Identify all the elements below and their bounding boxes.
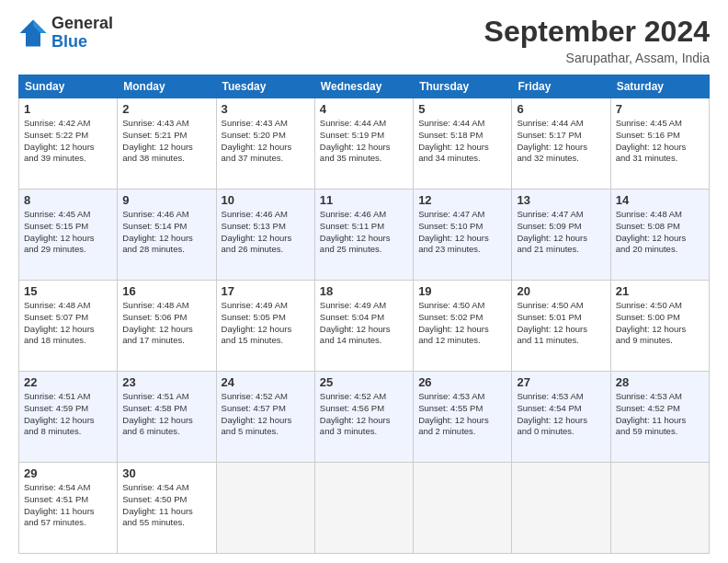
calendar-day: 15Sunrise: 4:48 AMSunset: 5:07 PMDayligh… [19, 281, 118, 372]
calendar-week-2: 8Sunrise: 4:45 AMSunset: 5:15 PMDaylight… [19, 190, 710, 281]
header-saturday: Saturday [610, 75, 709, 98]
header-row: Sunday Monday Tuesday Wednesday Thursday… [19, 75, 710, 98]
day-info: Sunrise: 4:54 AMSunset: 4:51 PMDaylight:… [24, 482, 112, 529]
calendar-day [414, 463, 512, 554]
day-info: Sunrise: 4:42 AMSunset: 5:22 PMDaylight:… [24, 118, 112, 165]
calendar-day: 16Sunrise: 4:48 AMSunset: 5:06 PMDayligh… [118, 281, 216, 372]
day-number: 19 [418, 284, 506, 298]
day-number: 21 [616, 284, 704, 298]
logo-general: General [51, 15, 113, 33]
day-info: Sunrise: 4:46 AMSunset: 5:14 PMDaylight:… [122, 209, 210, 256]
day-info: Sunrise: 4:44 AMSunset: 5:18 PMDaylight:… [418, 118, 506, 165]
calendar-day: 14Sunrise: 4:48 AMSunset: 5:08 PMDayligh… [610, 190, 709, 281]
day-info: Sunrise: 4:51 AMSunset: 4:59 PMDaylight:… [24, 391, 112, 438]
day-number: 24 [222, 375, 310, 389]
location: Sarupathar, Assam, India [484, 51, 710, 65]
calendar-day: 1Sunrise: 4:42 AMSunset: 5:22 PMDaylight… [19, 98, 118, 190]
header-wednesday: Wednesday [314, 75, 413, 98]
day-info: Sunrise: 4:50 AMSunset: 5:01 PMDaylight:… [517, 300, 605, 347]
day-info: Sunrise: 4:51 AMSunset: 4:58 PMDaylight:… [122, 391, 210, 438]
day-info: Sunrise: 4:49 AMSunset: 5:04 PMDaylight:… [320, 300, 408, 347]
calendar-day [314, 463, 413, 554]
day-info: Sunrise: 4:48 AMSunset: 5:07 PMDaylight:… [24, 300, 112, 347]
day-number: 26 [418, 375, 506, 389]
calendar-day: 26Sunrise: 4:53 AMSunset: 4:55 PMDayligh… [414, 372, 512, 463]
day-number: 25 [320, 375, 408, 389]
day-info: Sunrise: 4:45 AMSunset: 5:15 PMDaylight:… [24, 209, 112, 256]
day-number: 27 [517, 375, 605, 389]
day-info: Sunrise: 4:46 AMSunset: 5:13 PMDaylight:… [222, 209, 310, 256]
day-info: Sunrise: 4:54 AMSunset: 4:50 PMDaylight:… [122, 482, 210, 529]
calendar-day: 5Sunrise: 4:44 AMSunset: 5:18 PMDaylight… [414, 98, 512, 190]
day-info: Sunrise: 4:47 AMSunset: 5:10 PMDaylight:… [418, 209, 506, 256]
day-info: Sunrise: 4:53 AMSunset: 4:55 PMDaylight:… [418, 391, 506, 438]
day-number: 10 [222, 193, 310, 207]
day-info: Sunrise: 4:44 AMSunset: 5:17 PMDaylight:… [517, 118, 605, 165]
calendar-day: 9Sunrise: 4:46 AMSunset: 5:14 PMDaylight… [118, 190, 216, 281]
calendar-day: 12Sunrise: 4:47 AMSunset: 5:10 PMDayligh… [414, 190, 512, 281]
calendar-day [610, 463, 709, 554]
calendar-day: 27Sunrise: 4:53 AMSunset: 4:54 PMDayligh… [512, 372, 610, 463]
logo-blue: Blue [51, 33, 113, 52]
day-info: Sunrise: 4:53 AMSunset: 4:52 PMDaylight:… [616, 391, 704, 438]
calendar-table: Sunday Monday Tuesday Wednesday Thursday… [18, 75, 710, 554]
logo-text: General Blue [51, 15, 113, 52]
day-info: Sunrise: 4:48 AMSunset: 5:08 PMDaylight:… [616, 209, 704, 256]
calendar-day: 2Sunrise: 4:43 AMSunset: 5:21 PMDaylight… [118, 98, 216, 190]
day-info: Sunrise: 4:43 AMSunset: 5:21 PMDaylight:… [122, 118, 210, 165]
day-number: 16 [122, 284, 210, 298]
day-number: 28 [616, 375, 704, 389]
calendar-week-1: 1Sunrise: 4:42 AMSunset: 5:22 PMDaylight… [19, 98, 710, 190]
header-tuesday: Tuesday [216, 75, 314, 98]
day-number: 15 [24, 284, 112, 298]
header-sunday: Sunday [19, 75, 118, 98]
calendar-week-3: 15Sunrise: 4:48 AMSunset: 5:07 PMDayligh… [19, 281, 710, 372]
day-info: Sunrise: 4:43 AMSunset: 5:20 PMDaylight:… [222, 118, 310, 165]
day-info: Sunrise: 4:52 AMSunset: 4:57 PMDaylight:… [222, 391, 310, 438]
day-info: Sunrise: 4:44 AMSunset: 5:19 PMDaylight:… [320, 118, 408, 165]
day-number: 29 [24, 466, 112, 480]
day-number: 8 [24, 193, 112, 207]
day-info: Sunrise: 4:46 AMSunset: 5:11 PMDaylight:… [320, 209, 408, 256]
logo: General Blue [18, 15, 113, 52]
day-number: 17 [222, 284, 310, 298]
day-info: Sunrise: 4:52 AMSunset: 4:56 PMDaylight:… [320, 391, 408, 438]
day-info: Sunrise: 4:45 AMSunset: 5:16 PMDaylight:… [616, 118, 704, 165]
calendar-day: 4Sunrise: 4:44 AMSunset: 5:19 PMDaylight… [314, 98, 413, 190]
title-section: September 2024 Sarupathar, Assam, India [484, 15, 710, 65]
day-number: 1 [24, 102, 112, 116]
calendar-day: 21Sunrise: 4:50 AMSunset: 5:00 PMDayligh… [610, 281, 709, 372]
calendar-day: 22Sunrise: 4:51 AMSunset: 4:59 PMDayligh… [19, 372, 118, 463]
calendar-week-5: 29Sunrise: 4:54 AMSunset: 4:51 PMDayligh… [19, 463, 710, 554]
day-number: 22 [24, 375, 112, 389]
calendar-day: 8Sunrise: 4:45 AMSunset: 5:15 PMDaylight… [19, 190, 118, 281]
calendar-day: 29Sunrise: 4:54 AMSunset: 4:51 PMDayligh… [19, 463, 118, 554]
day-number: 5 [418, 102, 506, 116]
day-info: Sunrise: 4:49 AMSunset: 5:05 PMDaylight:… [222, 300, 310, 347]
header: General Blue September 2024 Sarupathar, … [18, 15, 710, 65]
page: General Blue September 2024 Sarupathar, … [0, 0, 728, 563]
calendar-day: 19Sunrise: 4:50 AMSunset: 5:02 PMDayligh… [414, 281, 512, 372]
day-number: 30 [122, 466, 210, 480]
calendar-day [512, 463, 610, 554]
calendar-day: 7Sunrise: 4:45 AMSunset: 5:16 PMDaylight… [610, 98, 709, 190]
calendar-day: 30Sunrise: 4:54 AMSunset: 4:50 PMDayligh… [118, 463, 216, 554]
calendar-body: 1Sunrise: 4:42 AMSunset: 5:22 PMDaylight… [19, 98, 710, 554]
day-info: Sunrise: 4:48 AMSunset: 5:06 PMDaylight:… [122, 300, 210, 347]
day-number: 7 [616, 102, 704, 116]
calendar-day: 11Sunrise: 4:46 AMSunset: 5:11 PMDayligh… [314, 190, 413, 281]
day-number: 13 [517, 193, 605, 207]
day-number: 23 [122, 375, 210, 389]
calendar-day: 25Sunrise: 4:52 AMSunset: 4:56 PMDayligh… [314, 372, 413, 463]
day-number: 18 [320, 284, 408, 298]
calendar-day: 17Sunrise: 4:49 AMSunset: 5:05 PMDayligh… [216, 281, 314, 372]
calendar-day [216, 463, 314, 554]
day-info: Sunrise: 4:50 AMSunset: 5:00 PMDaylight:… [616, 300, 704, 347]
header-monday: Monday [118, 75, 216, 98]
day-number: 14 [616, 193, 704, 207]
header-friday: Friday [512, 75, 610, 98]
calendar-day: 23Sunrise: 4:51 AMSunset: 4:58 PMDayligh… [118, 372, 216, 463]
day-number: 20 [517, 284, 605, 298]
day-info: Sunrise: 4:47 AMSunset: 5:09 PMDaylight:… [517, 209, 605, 256]
day-number: 4 [320, 102, 408, 116]
